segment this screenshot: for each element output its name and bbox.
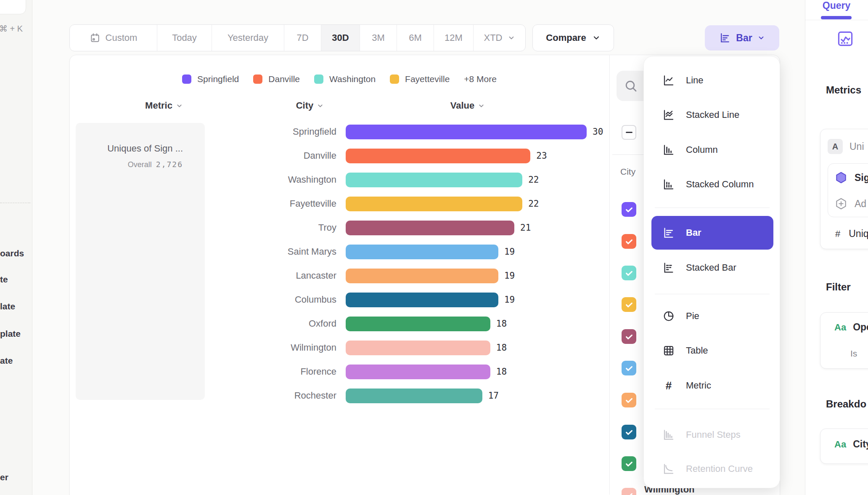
menu-item-table[interactable]: Table [644, 333, 781, 368]
date-range-6m[interactable]: 6M [397, 25, 434, 51]
city-checkbox[interactable] [622, 456, 636, 471]
chart-type-button[interactable]: Bar [705, 25, 779, 51]
menu-item-stacked-bar[interactable]: Stacked Bar [644, 250, 781, 285]
hash-icon: # [835, 229, 840, 240]
bar[interactable] [346, 221, 514, 235]
filter-row[interactable]: Aa Ope [834, 322, 868, 333]
column-header-value[interactable]: Value [421, 100, 514, 111]
compare-button[interactable]: Compare [532, 24, 614, 51]
menu-item-line[interactable]: Line [644, 63, 781, 98]
nav-item-3[interactable]: plate [0, 329, 21, 339]
insights-chart-icon[interactable] [836, 29, 855, 48]
bar[interactable] [346, 389, 482, 403]
metric-name: Uni [849, 141, 864, 152]
nav-item-5[interactable]: er [0, 472, 8, 482]
nav-item-boards[interactable]: oards [0, 248, 24, 258]
legend-swatch [390, 75, 399, 84]
bar[interactable] [346, 197, 522, 211]
menu-divider [655, 208, 770, 208]
nav-item-1[interactable]: te [0, 274, 8, 285]
menu-item-stacked-line[interactable]: Stacked Line [644, 98, 781, 132]
legend-swatch [253, 75, 262, 84]
left-nav-rail: ⌘ + K oards te late plate ate er [0, 0, 32, 495]
bar[interactable] [346, 125, 587, 139]
check-icon [625, 491, 634, 495]
nav-item-4[interactable]: ate [0, 356, 13, 366]
stacked-column-chart-icon [662, 178, 675, 191]
date-range-7d[interactable]: 7D [284, 25, 321, 51]
breakdown-row[interactable]: Aa City [834, 439, 868, 450]
bar[interactable] [346, 173, 522, 187]
bar[interactable] [346, 269, 498, 283]
select-all-checkbox[interactable] [622, 125, 636, 140]
city-checkbox[interactable] [622, 297, 636, 312]
date-range-yesterday[interactable]: Yesterday [212, 25, 284, 51]
sidebar-header-border [805, 20, 868, 20]
nav-search-box[interactable] [0, 0, 26, 14]
bar-row: Washington22 [210, 172, 606, 187]
filter-card [820, 312, 868, 369]
breakdown-heading: Breakdo [826, 398, 866, 410]
check-icon [625, 332, 634, 341]
city-checkbox[interactable] [622, 488, 636, 495]
bar[interactable] [346, 341, 490, 355]
legend-swatch [182, 75, 191, 84]
date-range-30d[interactable]: 30D [321, 25, 360, 51]
menu-item-pie[interactable]: Pie [644, 299, 781, 333]
city-checkbox[interactable] [622, 361, 636, 375]
string-type-icon: Aa [834, 322, 846, 333]
column-header-city[interactable]: City [264, 100, 356, 111]
filter-name: Ope [853, 322, 868, 333]
metric-title: Uniques of Sign ... [76, 143, 183, 154]
city-checkbox[interactable] [622, 425, 636, 439]
bar[interactable] [346, 245, 498, 259]
breakdown-name: City [853, 439, 868, 450]
chevron-down-icon [592, 34, 601, 42]
menu-divider [655, 409, 770, 409]
legend-item[interactable]: Washington [314, 74, 376, 84]
legend-item[interactable]: Springfield [182, 74, 239, 84]
legend-item[interactable]: Fayetteville [390, 74, 450, 84]
menu-item-stacked-column[interactable]: Stacked Column [644, 167, 781, 202]
check-icon [625, 205, 634, 214]
date-range-xtd[interactable]: XTD [474, 25, 525, 51]
city-checkbox[interactable] [622, 393, 636, 407]
add-hexagon-icon [834, 197, 848, 210]
city-checkbox[interactable] [622, 329, 636, 344]
bar[interactable] [346, 149, 530, 163]
check-icon [625, 428, 634, 437]
check-icon [625, 364, 634, 373]
event-row[interactable]: Sig [834, 171, 868, 184]
bar-row: Fayetteville22 [210, 196, 606, 211]
date-range-12m[interactable]: 12M [434, 25, 474, 51]
add-event-row[interactable]: Ad [834, 197, 866, 210]
column-header-metric[interactable]: Metric [118, 100, 210, 111]
metric-row[interactable]: A Uni [828, 139, 864, 154]
nav-item-2[interactable]: late [0, 301, 15, 311]
bar-row: Florence18 [210, 364, 606, 379]
tab-query[interactable]: Query [813, 0, 860, 11]
menu-item-bar-selected[interactable]: Bar [651, 216, 773, 250]
chevron-down-icon [317, 102, 324, 109]
city-checkbox[interactable] [622, 234, 636, 249]
menu-item-retention-curve: Retention Curve [644, 452, 781, 486]
date-range-3m[interactable]: 3M [360, 25, 397, 51]
city-checkbox[interactable] [622, 202, 636, 217]
menu-item-metric[interactable]: # Metric [644, 368, 781, 403]
check-icon [625, 459, 634, 468]
metric-cell[interactable]: Uniques of Sign ... Overall 2,726 [76, 123, 205, 400]
column-chart-icon [662, 144, 675, 156]
legend-item[interactable]: Danville [253, 74, 300, 84]
chevron-down-icon [508, 34, 515, 42]
bar[interactable] [346, 293, 498, 307]
bar[interactable] [346, 365, 490, 379]
date-range-custom[interactable]: Custom [70, 25, 157, 51]
bar[interactable] [346, 317, 490, 331]
unique-row[interactable]: # Uniq [835, 228, 868, 240]
date-range-today[interactable]: Today [157, 25, 212, 51]
legend-more-link[interactable]: +8 More [464, 74, 497, 84]
string-type-icon: Aa [834, 439, 846, 450]
city-checkbox[interactable] [622, 266, 636, 280]
filter-operator-row[interactable]: Is i [850, 349, 868, 359]
menu-item-column[interactable]: Column [644, 133, 781, 167]
